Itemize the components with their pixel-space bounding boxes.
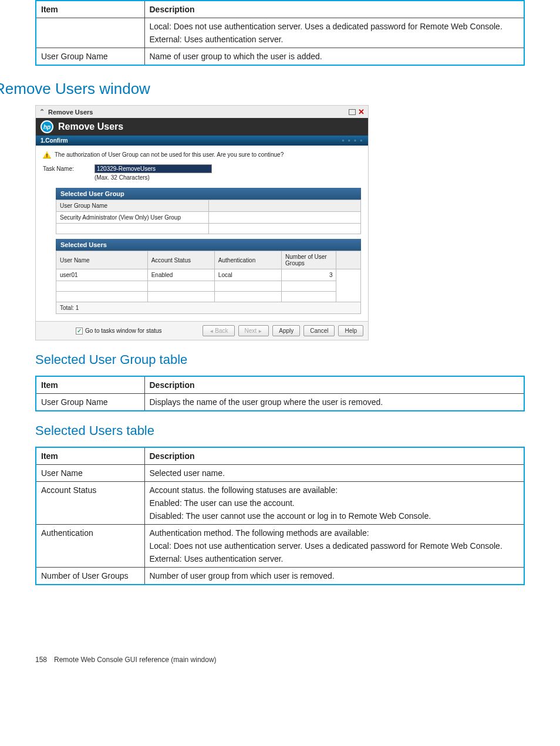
- selected-users-section: Selected Users User Name Account Status …: [56, 239, 361, 314]
- selected-users-doc-table: Item Description User Name Selected user…: [35, 447, 525, 585]
- remove-users-window-screenshot: ⌃ Remove Users ✕ hp Remove Users 1.Confi…: [35, 105, 369, 340]
- t3-head-item: Item: [36, 447, 144, 465]
- maximize-icon[interactable]: [349, 109, 356, 115]
- task-name-hint: (Max. 32 Characters): [95, 174, 212, 181]
- col-item-header: Item: [36, 1, 144, 18]
- scrollbar-gutter: [336, 251, 361, 269]
- go-to-tasks-label: Go to tasks window for status: [85, 328, 162, 334]
- page-footer: 158 Remote Web Console GUI reference (ma…: [35, 656, 525, 664]
- t3-r3-desc: Authentication method. The following met…: [144, 525, 524, 568]
- t3-r1-desc: Selected user name.: [144, 465, 524, 482]
- su-th-auth[interactable]: Authentication: [214, 251, 281, 269]
- cell-auth: Local: [214, 269, 281, 281]
- t3-r2-desc: Account status. the following statuses a…: [144, 482, 524, 525]
- wizard-step-bar: 1.Confirm • • • •: [36, 136, 368, 146]
- sug-blank: [208, 212, 361, 224]
- su-empty2d: [282, 292, 336, 302]
- table-row[interactable]: user01 Enabled Local 3: [56, 269, 361, 281]
- window-titlebar[interactable]: ⌃ Remove Users ✕: [36, 106, 368, 118]
- cancel-button[interactable]: Cancel: [303, 325, 335, 336]
- su-empty2c: [214, 292, 281, 302]
- cell-num: 3: [282, 269, 336, 281]
- su-empty1a: [56, 281, 148, 292]
- t2-head-desc: Description: [144, 376, 524, 394]
- sug-empty-row: [56, 224, 209, 234]
- t3-r2-p1: Account status. the following statuses a…: [150, 485, 519, 495]
- su-empty2a: [56, 292, 148, 302]
- t3-r4-desc: Number of user group from which user is …: [144, 568, 524, 585]
- warning-text: The authorization of User Group can not …: [55, 151, 284, 158]
- su-empty1d: [282, 281, 336, 292]
- su-th-user[interactable]: User Name: [56, 251, 148, 269]
- su-th-status[interactable]: Account Status: [147, 251, 214, 269]
- scrollbar[interactable]: [336, 269, 361, 302]
- selected-user-group-section: Selected User Group User Group Name Secu…: [56, 188, 361, 234]
- selected-user-group-doc-table: Item Description User Group Name Display…: [35, 376, 525, 411]
- help-button[interactable]: Help: [338, 325, 363, 336]
- cell-user: user01: [56, 269, 148, 281]
- t3-r1-item: User Name: [36, 465, 144, 482]
- t3-r2-p2: Enabled: The user can use the account.: [150, 498, 519, 508]
- selected-user-group-header: Selected User Group: [56, 188, 361, 200]
- heading-selected-user-group-table: Selected User Group table: [35, 352, 525, 367]
- sug-empty-row2: [208, 224, 361, 234]
- sug-value: Security Administrator (View Only) User …: [56, 212, 209, 224]
- col-description-header: Description: [144, 1, 524, 18]
- hp-logo-icon: hp: [41, 120, 53, 133]
- row2-item: User Group Name: [36, 48, 144, 66]
- step-dots-icon: • • • •: [342, 137, 363, 144]
- back-button[interactable]: Back: [203, 325, 234, 336]
- row1-desc-p1: Local: Does not use authentication serve…: [150, 22, 519, 31]
- t2-r1-item: User Group Name: [36, 394, 144, 411]
- close-icon[interactable]: ✕: [358, 107, 365, 116]
- t3-r3-p3: External: Uses authentication server.: [150, 554, 519, 563]
- sug-col-blank: [208, 200, 361, 212]
- t2-head-item: Item: [36, 376, 144, 394]
- warning-icon: [43, 151, 51, 158]
- next-button[interactable]: Next: [238, 325, 269, 336]
- window-title: Remove Users: [48, 109, 93, 116]
- su-th-num[interactable]: Number of User Groups: [282, 251, 336, 269]
- heading-selected-users-table: Selected Users table: [35, 423, 525, 438]
- apply-button[interactable]: Apply: [272, 325, 300, 336]
- warning-row: The authorization of User Group can not …: [43, 151, 361, 158]
- selected-users-header: Selected Users: [56, 239, 361, 251]
- sug-col-name: User Group Name: [56, 200, 209, 212]
- su-empty1c: [214, 281, 281, 292]
- row1-item: [36, 18, 144, 48]
- t3-r4-item: Number of User Groups: [36, 568, 144, 585]
- go-to-tasks-checkbox[interactable]: ✓: [76, 328, 83, 335]
- row1-desc: Local: Does not use authentication serve…: [144, 18, 524, 48]
- su-empty2b: [147, 292, 214, 302]
- banner-title: Remove Users: [58, 121, 123, 132]
- su-empty1b: [147, 281, 214, 292]
- row2-desc: Name of user group to which the user is …: [144, 48, 524, 66]
- banner: hp Remove Users: [36, 118, 368, 136]
- t3-head-desc: Description: [144, 447, 524, 465]
- t3-r3-p2: Local: Does not use authentication serve…: [150, 541, 519, 551]
- t3-r2-item: Account Status: [36, 482, 144, 525]
- t3-r3-item: Authentication: [36, 525, 144, 568]
- row1-desc-p2: External: Uses authentication server.: [150, 35, 519, 44]
- selected-users-total: Total: 1: [56, 302, 361, 314]
- t2-r1-desc: Displays the name of the user group wher…: [144, 394, 524, 411]
- task-name-label: Task Name:: [43, 164, 90, 172]
- authentication-table: Item Description Local: Does not use aut…: [35, 0, 525, 66]
- window-footer: ✓ Go to tasks window for status Back Nex…: [36, 321, 368, 340]
- task-name-input[interactable]: [95, 164, 212, 173]
- page-number: 158: [35, 656, 47, 664]
- step-label: 1.Confirm: [41, 137, 68, 144]
- heading-remove-users-window: Remove Users window: [0, 80, 525, 98]
- t3-r2-p3: Disabled: The user cannot use the accoun…: [150, 511, 519, 521]
- page-footer-text: Remote Web Console GUI reference (main w…: [54, 656, 217, 664]
- cell-status: Enabled: [147, 269, 214, 281]
- collapse-icon[interactable]: ⌃: [39, 108, 45, 116]
- t3-r3-p1: Authentication method. The following met…: [150, 528, 519, 538]
